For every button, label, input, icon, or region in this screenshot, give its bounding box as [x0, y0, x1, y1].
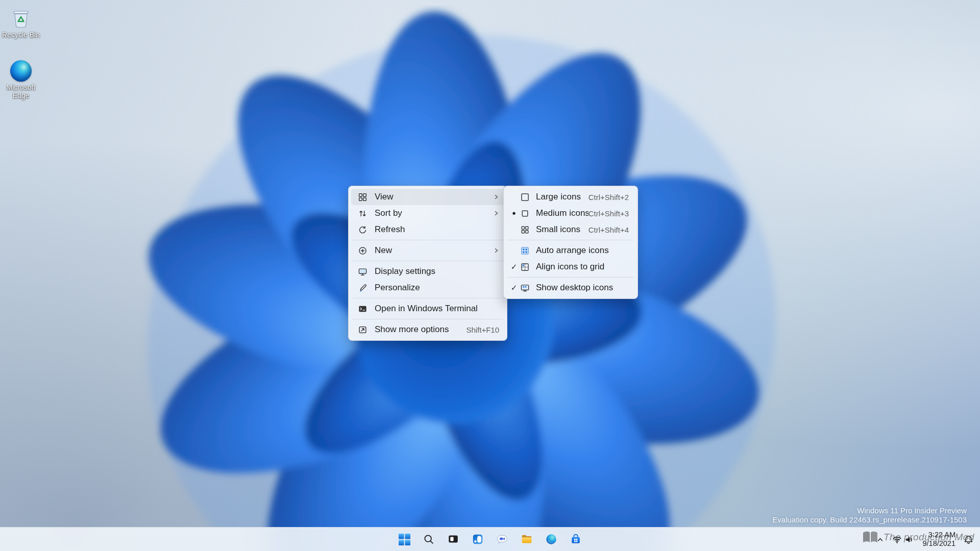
chat-icon	[496, 533, 508, 545]
view-submenu: Large icons Ctrl+Shift+2 • Medium icons …	[503, 186, 638, 299]
insider-watermark: Windows 11 Pro Insider Preview Evaluatio…	[772, 506, 967, 524]
widgets-button[interactable]	[467, 529, 489, 549]
widgets-icon	[472, 533, 484, 545]
medium-icons-icon	[520, 209, 530, 218]
search-icon	[423, 533, 435, 545]
microsoft-store-icon	[570, 533, 582, 545]
notification-center-button[interactable]	[960, 529, 977, 549]
chevron-up-icon	[876, 536, 884, 543]
menu-item-shortcut: Shift+F10	[466, 325, 499, 334]
menu-separator	[352, 298, 503, 298]
desktop[interactable]: Recycle Bin Microsoft Edge Windows 11 Pr…	[0, 0, 980, 551]
sort-icon	[357, 209, 368, 218]
file-explorer-button[interactable]	[516, 529, 538, 549]
desktop-icon-label: Recycle Bin	[1, 31, 41, 39]
new-plus-icon	[357, 246, 368, 255]
menu-item-show-more-options[interactable]: Show more options Shift+F10	[351, 321, 504, 338]
insider-watermark-line1: Windows 11 Pro Insider Preview	[772, 506, 967, 515]
menu-item-label: Display settings	[375, 266, 435, 277]
volume-icon	[904, 535, 914, 544]
large-icons-icon	[520, 192, 530, 202]
chevron-right-icon	[493, 210, 499, 216]
chat-button[interactable]	[491, 529, 513, 549]
menu-item-open-in-windows-terminal[interactable]: Open in Windows Terminal	[351, 300, 504, 317]
taskbar: 3:22 AM 9/18/2021	[0, 527, 980, 551]
menu-item-refresh[interactable]: Refresh	[351, 221, 504, 238]
menu-item-display-settings[interactable]: Display settings	[351, 263, 504, 280]
tray-clock[interactable]: 3:22 AM 9/18/2021	[919, 531, 959, 548]
task-view-icon	[447, 533, 459, 545]
edge-icon	[10, 60, 32, 82]
chevron-right-icon	[493, 194, 499, 200]
menu-item-label: Personalize	[375, 283, 420, 293]
display-icon	[357, 267, 368, 276]
tray-time: 3:22 AM	[922, 531, 955, 539]
submenu-item-label: Show desktop icons	[536, 283, 613, 293]
submenu-item-label: Align icons to grid	[536, 262, 604, 272]
submenu-item-label: Auto arrange icons	[536, 245, 609, 256]
terminal-icon	[357, 304, 368, 313]
recycle-bin-icon	[1, 6, 41, 30]
edge-taskbar-icon	[545, 533, 557, 545]
store-button[interactable]	[565, 529, 587, 549]
menu-separator	[507, 277, 634, 278]
submenu-item-label: Medium icons	[536, 208, 589, 218]
network-volume-button[interactable]	[889, 529, 918, 549]
desktop-icon-recycle-bin[interactable]: Recycle Bin	[1, 6, 41, 39]
submenu-item-align-icons-to-grid[interactable]: ✓ Align icons to grid	[506, 259, 635, 275]
auto-arrange-icon	[520, 246, 530, 255]
submenu-item-shortcut: Ctrl+Shift+2	[589, 193, 629, 202]
submenu-item-label: Small icons	[536, 224, 580, 235]
edge-button[interactable]	[540, 529, 562, 549]
submenu-item-medium-icons[interactable]: • Medium icons Ctrl+Shift+3	[506, 205, 635, 221]
menu-item-personalize[interactable]: Personalize	[351, 280, 504, 296]
file-explorer-icon	[521, 533, 533, 545]
submenu-item-shortcut: Ctrl+Shift+3	[589, 209, 629, 218]
submenu-item-small-icons[interactable]: Small icons Ctrl+Shift+4	[506, 221, 635, 238]
start-button[interactable]	[393, 529, 415, 549]
menu-separator	[352, 261, 503, 261]
submenu-item-show-desktop-icons[interactable]: ✓ Show desktop icons	[506, 280, 635, 296]
chevron-right-icon	[493, 247, 499, 254]
submenu-item-shortcut: Ctrl+Shift+4	[589, 226, 629, 234]
radio-indicator: •	[508, 211, 520, 216]
search-button[interactable]	[418, 529, 440, 549]
system-tray: 3:22 AM 9/18/2021	[873, 528, 977, 551]
hidden-icons-button[interactable]	[873, 529, 888, 549]
check-icon: ✓	[508, 262, 520, 271]
menu-item-label: New	[375, 245, 392, 256]
show-desktop-icon	[520, 283, 530, 292]
menu-separator	[352, 240, 503, 240]
desktop-icon-label: Microsoft Edge	[1, 83, 41, 99]
refresh-icon	[357, 225, 368, 234]
more-options-icon	[357, 325, 368, 334]
task-view-button[interactable]	[442, 529, 464, 549]
menu-separator	[352, 319, 503, 319]
menu-item-label: Sort by	[375, 208, 402, 218]
menu-item-label: Refresh	[375, 224, 405, 235]
view-grid-icon	[357, 192, 368, 202]
submenu-item-large-icons[interactable]: Large icons Ctrl+Shift+2	[506, 189, 635, 205]
submenu-item-auto-arrange-icons[interactable]: Auto arrange icons	[506, 242, 635, 259]
small-icons-icon	[520, 225, 530, 234]
menu-item-view[interactable]: View	[351, 189, 504, 205]
menu-separator	[507, 240, 634, 240]
desktop-icon-microsoft-edge[interactable]: Microsoft Edge	[1, 60, 41, 99]
windows-start-icon	[398, 533, 411, 546]
insider-watermark-line2: Evaluation copy. Build 22463.rs_prerelea…	[772, 515, 967, 524]
menu-item-sort-by[interactable]: Sort by	[351, 205, 504, 221]
menu-item-label: Open in Windows Terminal	[375, 304, 478, 314]
tray-date: 9/18/2021	[922, 539, 955, 548]
wifi-icon	[892, 535, 902, 544]
menu-item-label: Show more options	[375, 324, 449, 335]
submenu-item-label: Large icons	[536, 192, 581, 202]
align-grid-icon	[520, 262, 530, 271]
bell-icon	[964, 535, 973, 544]
menu-item-new[interactable]: New	[351, 242, 504, 259]
personalize-brush-icon	[357, 283, 368, 292]
desktop-context-menu: View Sort by Refresh	[348, 186, 507, 341]
check-icon: ✓	[508, 283, 520, 292]
menu-item-label: View	[375, 192, 394, 202]
taskbar-center-icons	[393, 529, 587, 549]
